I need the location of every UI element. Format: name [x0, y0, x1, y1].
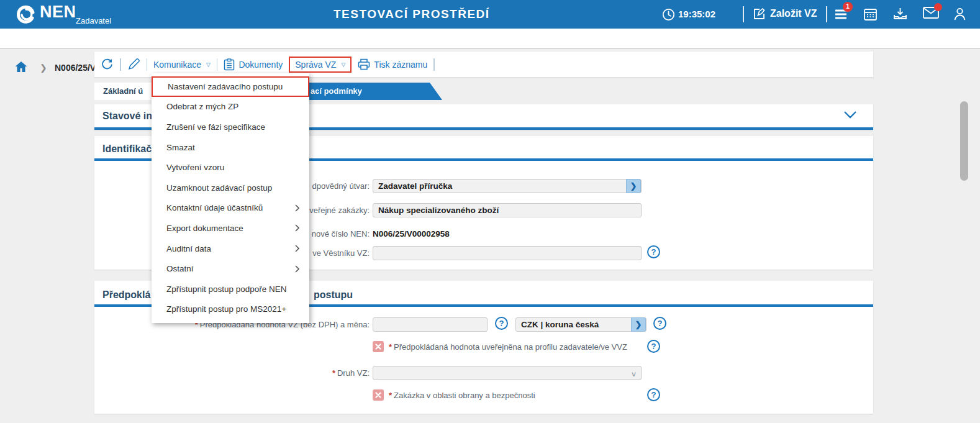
home-icon[interactable]	[15, 61, 27, 73]
toolbar-komunikace[interactable]: Komunikace ▽	[153, 60, 211, 70]
edit-button[interactable]	[127, 58, 140, 71]
menu-item-vytvoreni-vzoru[interactable]: Vytvoření vzoru	[152, 157, 309, 178]
menu-badge: 1	[843, 2, 853, 12]
nen-application: NEN Zadavatel TESTOVACÍ PROSTŘEDÍ 19:35:…	[0, 0, 980, 423]
select-druh-vz[interactable]: ˅	[373, 366, 642, 380]
download-inbox-icon[interactable]	[893, 7, 908, 22]
section-title-right-fragment: postupu	[314, 289, 353, 301]
required-marker: *	[389, 391, 392, 400]
menu-item-label: Zpřístupnit postup podpoře NEN	[166, 284, 287, 294]
help-icon[interactable]: ?	[647, 245, 660, 258]
refresh-button[interactable]	[101, 58, 114, 71]
clipboard-icon	[224, 58, 235, 71]
input-nazev-zakazky-value: Nákup specializovaného zboží	[378, 206, 499, 215]
environment-title: TESTOVACÍ PROSTŘEDÍ	[333, 7, 490, 21]
nen-logo-icon[interactable]	[16, 4, 36, 24]
clock-icon	[662, 8, 675, 21]
menu-item-zpristupnit-postup-pro-ms2021[interactable]: Zpřístupnit postup pro MS2021+	[152, 299, 309, 320]
toolbar-tisk-label: Tisk záznamu	[374, 60, 427, 70]
menu-item-label: Smazat	[166, 143, 195, 152]
select-chevron-down-icon: ˅	[632, 368, 636, 381]
toolbar-separator	[433, 58, 435, 71]
required-marker: *	[389, 342, 392, 352]
create-vz-icon	[753, 7, 766, 20]
input-nazev-zakazky[interactable]: Nákup specializovaného zboží	[373, 203, 642, 217]
tab-zakladni-udaje-label: Základní ú	[103, 86, 143, 96]
menu-item-uzamknout-zadavaci-postup[interactable]: Uzamknout zadávací postup	[152, 178, 309, 198]
toolbar-separator	[120, 58, 121, 71]
input-odpovedny-utvar[interactable]: Zadavatel příručka ❯	[373, 179, 642, 193]
toolbar-sprava-vz-label: Správa VZ	[295, 60, 336, 70]
menu-item-label: Ostatní	[166, 264, 194, 273]
menu-item-label: Export dokumentace	[166, 224, 243, 233]
menu-item-smazat[interactable]: Smazat	[152, 137, 309, 158]
menu-item-ostatni[interactable]: Ostatní	[152, 258, 309, 279]
menu-item-label: Odebrat z mých ZP	[166, 102, 238, 111]
toolbar-dokumenty[interactable]: Dokumenty	[224, 58, 283, 71]
submenu-chevron-icon	[295, 224, 299, 232]
toolbar-sprava-vz[interactable]: Správa VZ ▽	[289, 57, 352, 73]
submenu-chevron-icon	[295, 204, 299, 212]
clock-time: 19:35:02	[678, 9, 715, 19]
toolbar-dokumenty-label: Dokumenty	[238, 60, 283, 70]
menu-item-label: Kontaktní údaje účastníků	[166, 203, 263, 212]
help-icon[interactable]: ?	[495, 317, 508, 330]
menu-item-label: Nastavení zadávacího postupu	[168, 82, 283, 91]
submenu-chevron-icon	[295, 265, 299, 273]
input-odpovedny-utvar-value: Zadavatel příručka	[378, 181, 452, 191]
top-bar: NEN Zadavatel TESTOVACÍ PROSTŘEDÍ 19:35:…	[0, 0, 980, 29]
field-label-druh-vz-text: Druh VZ:	[337, 368, 370, 378]
submenu-chevron-icon	[295, 245, 299, 252]
input-vestnik[interactable]	[373, 246, 642, 260]
mail-notification-badge	[934, 3, 942, 11]
unchecked-cross-icon[interactable]	[373, 389, 384, 401]
user-profile-icon[interactable]	[953, 7, 968, 22]
unchecked-cross-icon[interactable]	[373, 341, 384, 352]
section-title: Stavové in	[102, 111, 152, 122]
help-icon[interactable]: ?	[647, 340, 660, 353]
create-vz-button[interactable]: Založit VZ	[770, 8, 817, 19]
menu-item-label: Uzamknout zadávací postup	[166, 183, 272, 193]
menu-item-kontaktni-udaje-ucastniku[interactable]: Kontaktní údaje účastníků	[152, 198, 309, 219]
printer-icon	[358, 58, 370, 70]
toolbar-separator	[217, 58, 218, 71]
vertical-scrollbar-thumb[interactable]	[960, 101, 968, 181]
brand-name[interactable]: NEN	[40, 2, 76, 22]
breadcrumb: ❯ N006/25/V00002958 - Nákup specializova…	[0, 29, 980, 49]
collapse-chevron-icon[interactable]	[843, 111, 857, 119]
required-marker: *	[332, 368, 335, 378]
section-title: Identifikač	[102, 143, 152, 155]
input-hodnota[interactable]	[373, 317, 488, 332]
menu-item-label: Zpřístupnit postup pro MS2021+	[166, 304, 286, 314]
checkbox-label-uverejnena: *Předpokládaná hodnota uveřejněna na pro…	[389, 342, 627, 352]
open-detail-chevron-icon[interactable]: ❯	[626, 179, 641, 193]
menu-item-label: Zrušení ve fázi specifikace	[166, 122, 265, 132]
toolbar-komunikace-label: Komunikace	[153, 60, 201, 70]
toolbar-separator	[147, 58, 148, 71]
hamburger-menu-icon[interactable]: 1	[833, 7, 848, 22]
section-title-left-fragment: Předpoklá	[102, 289, 150, 301]
menu-item-auditni-data[interactable]: Auditní data	[152, 239, 309, 259]
checkbox-label-uverejnena-text: Předpokládaná hodnota uveřejněna na prof…	[394, 342, 627, 352]
menu-item-odebrat-z-mych-zp[interactable]: Odebrat z mých ZP	[152, 97, 309, 117]
tab-zadavaci-podminky-label: ací podmínky	[311, 83, 362, 100]
menu-item-zpristupnit-postup-podpore-nen[interactable]: Zpřístupnit postup podpoře NEN	[152, 279, 309, 299]
open-detail-chevron-icon[interactable]: ❯	[631, 317, 646, 332]
menu-item-zruseni-ve-fazi-specifikace[interactable]: Zrušení ve fázi specifikace	[152, 117, 309, 137]
menu-item-nastaveni-zadavaciho-postupu[interactable]: Nastavení zadávacího postupu	[152, 76, 309, 97]
input-mena[interactable]: CZK | koruna česká ❯	[515, 317, 647, 332]
checkbox-label-obrana: *Zakázka v oblasti obrany a bezpečnosti	[389, 391, 535, 400]
calendar-icon[interactable]	[863, 7, 878, 22]
field-label-druh-vz: *Druh VZ:	[94, 368, 370, 378]
brand-role-label: Zadavatel	[76, 16, 111, 25]
toolbar-tisk[interactable]: Tisk záznamu	[358, 58, 427, 70]
menu-item-export-dokumentace[interactable]: Export dokumentace	[152, 218, 309, 239]
topbar-separator	[826, 6, 827, 22]
breadcrumb-chevron-icon: ❯	[40, 63, 47, 73]
mail-icon[interactable]	[923, 7, 938, 22]
checkbox-label-obrana-text: Zakázka v oblasti obrany a bezpečnosti	[394, 391, 535, 400]
help-icon[interactable]: ?	[647, 388, 660, 401]
menu-item-label: Auditní data	[166, 244, 211, 253]
help-icon[interactable]: ?	[653, 317, 666, 330]
caret-down-icon: ▽	[206, 61, 211, 68]
